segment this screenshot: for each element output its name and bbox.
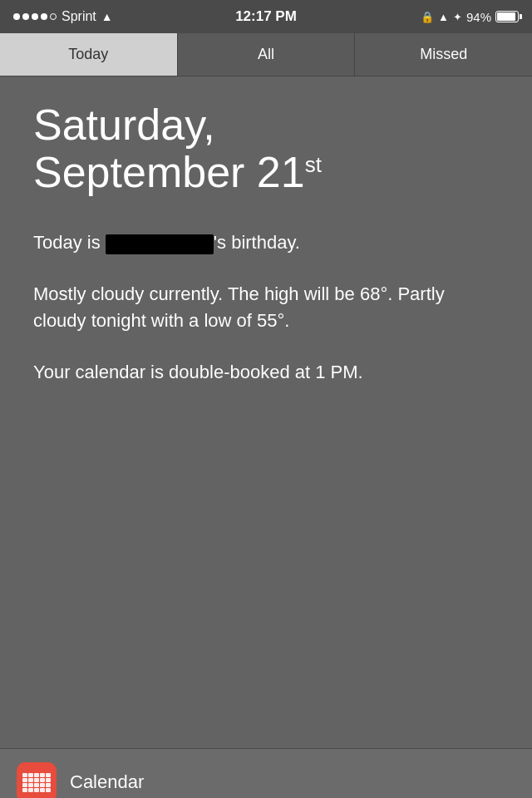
tab-all[interactable]: All [178,33,356,76]
status-right: 🔒 ▲ ✦ 94% [421,10,519,24]
signal-dot-2 [22,13,29,20]
birthday-block: Today is 's birthday. [33,229,499,256]
calendar-app-icon [17,762,57,798]
tab-missed-label: Missed [420,46,467,63]
signal-strength [13,13,57,20]
cal-cell [40,783,45,787]
bluetooth-icon: ✦ [453,11,462,23]
tab-bar: Today All Missed [0,33,532,76]
cal-cell [28,773,33,777]
redacted-name [106,234,214,254]
lock-icon: 🔒 [421,11,434,23]
weather-block: Mostly cloudy currently. The high will b… [33,281,499,334]
battery-fill [497,12,515,21]
carrier-label: Sprint [62,9,96,24]
cal-cell [40,778,45,782]
battery-icon [495,11,519,22]
signal-dot-4 [41,13,47,20]
cal-cell [46,778,51,782]
signal-dot-1 [13,13,20,20]
cal-cell [22,788,27,792]
cal-cell [46,783,51,787]
calendar-grid [19,770,54,796]
cal-cell [40,788,45,792]
date-superscript: st [305,152,322,177]
birthday-text-before: Today is [33,232,106,253]
status-left: Sprint ▲ [13,9,113,24]
date-heading: Saturday, September 21st [33,101,499,196]
cal-cell [46,788,51,792]
signal-dot-3 [32,13,38,20]
wifi-icon: ▲ [101,10,113,23]
tab-missed[interactable]: Missed [355,33,532,76]
cal-cell [22,773,27,777]
cal-cell [28,788,33,792]
main-content: Saturday, September 21st Today is 's bir… [0,76,532,748]
calendar-block: Your calendar is double-booked at 1 PM. [33,359,499,386]
cal-cell [22,778,27,782]
date-line1: Saturday, [33,101,215,149]
tab-today[interactable]: Today [0,33,178,76]
birthday-text-after: 's birthday. [214,232,300,253]
cal-cell [34,778,39,782]
cal-cell [22,783,27,787]
cal-cell [34,788,39,792]
signal-dot-5 [50,13,57,20]
cal-cell [28,783,33,787]
cal-cell [28,778,33,782]
calendar-row[interactable]: Calendar [0,748,532,798]
cal-cell [40,773,45,777]
date-line2: September 21 [33,148,305,196]
tab-today-label: Today [68,46,108,63]
status-bar: Sprint ▲ 12:17 PM 🔒 ▲ ✦ 94% [0,0,532,33]
status-time: 12:17 PM [235,8,297,25]
cal-cell [34,783,39,787]
battery-percent-label: 94% [466,10,491,24]
calendar-app-label: Calendar [70,771,144,793]
cal-cell [46,773,51,777]
location-icon: ▲ [438,11,449,23]
tab-all-label: All [258,46,274,63]
cal-cell [34,773,39,777]
